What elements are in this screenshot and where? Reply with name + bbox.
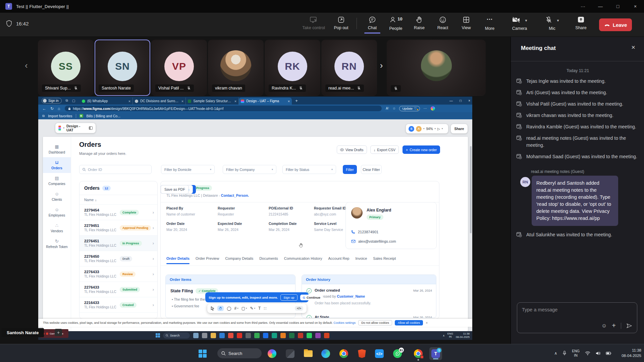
chat-close-icon[interactable]: ×: [631, 44, 635, 51]
taskbar-search[interactable]: Search: [217, 348, 262, 358]
browser-tab[interactable]: (6) WhatsApp ×: [80, 98, 133, 105]
chrome-icon[interactable]: [339, 349, 348, 358]
chat-message-input[interactable]: [517, 303, 637, 317]
comment-tool-icon[interactable]: ◯: [227, 306, 231, 311]
filter-company-dropdown[interactable]: Filter by Company▾: [223, 165, 276, 174]
workspaces-icon[interactable]: ⧉: [66, 99, 68, 103]
bills-bookmark[interactable]: Bills | Billing and Co...: [87, 114, 120, 118]
tab-close-icon[interactable]: ×: [128, 99, 130, 103]
contact-phone[interactable]: 2123874901: [358, 230, 378, 234]
participant-tile[interactable]: [387, 40, 486, 96]
new-tab-icon[interactable]: +: [295, 98, 298, 103]
frame-tool-icon[interactable]: #▾: [234, 306, 238, 311]
dev-mode-toggle[interactable]: </>: [295, 306, 303, 311]
customer-name-link[interactable]: Customer_Name: [337, 294, 365, 298]
sidebar-item[interactable]: ☺ Employees: [43, 204, 71, 220]
vscode-icon[interactable]: </>: [375, 349, 384, 358]
browser-update-button[interactable]: Update ♡: [399, 106, 420, 111]
detail-action-button[interactable]: ↓ Save as PDF: [161, 185, 189, 194]
shared-taskbar-icon[interactable]: [324, 333, 329, 338]
detail-tab[interactable]: Invoice: [355, 255, 367, 262]
order-list-item[interactable]: 2276433 TL Flex Holdings LLC Submitted ›: [79, 282, 157, 297]
chat-input-box[interactable]: ☺ +: [517, 302, 637, 333]
shared-taskbar-icon[interactable]: [263, 333, 268, 338]
create-new-order-button[interactable]: + Create new order: [402, 145, 440, 154]
participant-tile[interactable]: RN read.ai mee...: [321, 40, 377, 96]
shared-taskbar-icon[interactable]: [272, 333, 277, 338]
chrome-profile-icon[interactable]: [414, 349, 423, 358]
pen-tool-icon[interactable]: ✎▾: [250, 306, 256, 311]
back-icon[interactable]: ←: [42, 106, 46, 111]
participant-tile[interactable]: vikram chavan: [208, 40, 264, 96]
shared-taskbar-icon[interactable]: [307, 333, 312, 338]
detail-tab[interactable]: Company Details: [225, 255, 253, 262]
hand-tool-icon[interactable]: [217, 306, 224, 311]
brave-icon[interactable]: [358, 349, 366, 358]
sidebar-item[interactable]: ⊔ Orders: [43, 157, 71, 173]
sidebar-item[interactable]: ∴ Vendors: [43, 220, 71, 236]
chat-message-list[interactable]: Today 11:21 Tejas Ingle was invited to t…: [516, 65, 639, 296]
home-icon[interactable]: ⌂: [58, 106, 60, 111]
window-minimize-icon[interactable]: —: [592, 0, 609, 13]
sidebar-item[interactable]: ↻ Refresh Token: [43, 236, 71, 252]
detail-tab[interactable]: Sales Receipt: [373, 255, 396, 262]
shared-taskbar-icon[interactable]: [315, 333, 321, 338]
share-button[interactable]: Share: [570, 16, 592, 30]
tray-chevron-icon[interactable]: ∧: [554, 351, 557, 356]
layout-panel-icon[interactable]: [89, 126, 93, 130]
address-bar[interactable]: https://www.figma.com/design/9BKQ0FOHRWa…: [65, 106, 382, 111]
figma-share-button[interactable]: Share: [451, 124, 468, 133]
sign-up-button[interactable]: Sign up: [280, 294, 297, 301]
prototype-play-icon[interactable]: ▷: [437, 127, 440, 131]
participant-tile[interactable]: VP Vishal Patil ...: [151, 40, 207, 96]
send-icon[interactable]: [626, 323, 632, 328]
tab-close-icon[interactable]: ×: [288, 99, 290, 103]
raise-hand-button[interactable]: Raise: [407, 16, 431, 30]
tab-close-icon[interactable]: ×: [234, 99, 236, 103]
deny-cookies-button[interactable]: Do not allow cookies: [358, 320, 392, 325]
move-tool-icon[interactable]: [211, 306, 214, 311]
window-maximize-icon[interactable]: □: [609, 0, 627, 13]
shared-taskbar-icon[interactable]: [211, 333, 216, 338]
shared-taskbar-icon[interactable]: [280, 333, 286, 338]
pop-out-button[interactable]: Pop out: [329, 16, 353, 30]
clock[interactable]: 11:3808-04-2025: [616, 348, 641, 358]
sidebar-item[interactable]: ▤ Companies: [43, 173, 71, 189]
shared-taskbar-icon[interactable]: [219, 333, 225, 338]
clear-filter-button[interactable]: Clear Filter: [361, 165, 382, 174]
shared-search-box[interactable]: Search: [163, 333, 190, 339]
emoji-icon[interactable]: ☺: [601, 323, 607, 329]
detail-tab[interactable]: Account Rep: [328, 255, 350, 262]
view-button[interactable]: View: [454, 16, 478, 30]
shape-tool-icon[interactable]: ▢▾: [241, 306, 247, 311]
collaborator-avatar[interactable]: S: [409, 126, 414, 132]
browser-tab[interactable]: Design - UAT – Figma ×: [239, 98, 292, 105]
tray-chevron-icon[interactable]: ∧: [443, 334, 445, 337]
order-list-item[interactable]: 2276433 TL Flex Holdings LLC Review ›: [79, 266, 157, 282]
mic-button[interactable]: ▾ Mic: [538, 16, 566, 31]
browser-menu-icon[interactable]: ···: [424, 107, 427, 110]
order-id-search[interactable]: [79, 165, 152, 174]
favorites-icon[interactable]: ☆: [392, 107, 395, 110]
contact-person-link[interactable]: Contact_Person.: [221, 193, 249, 197]
participant-tile[interactable]: SN Santosh Narate: [95, 40, 150, 96]
detail-tab[interactable]: Documents: [259, 255, 278, 262]
view-drafts-button[interactable]: View Drafts: [337, 145, 367, 154]
sidebar-item[interactable]: ▦ Dashboard: [43, 141, 71, 157]
order-list-item[interactable]: 2276451 TL Flex Holdings LLC In Progress…: [79, 236, 157, 251]
cookie-close-icon[interactable]: ×: [426, 321, 428, 325]
file-explorer-icon[interactable]: [304, 350, 313, 357]
refresh-icon[interactable]: ↻: [50, 106, 54, 111]
chat-button[interactable]: Chat: [360, 16, 384, 30]
participant-tile[interactable]: RK Ravindra K...: [265, 40, 320, 96]
order-list-item[interactable]: 2216433 TL Flex Holdings LLC Created ›: [79, 297, 157, 313]
cookie-settings-link[interactable]: Cookies settings: [333, 321, 356, 324]
shared-taskbar-icon[interactable]: [246, 333, 251, 338]
shared-taskbar-icon[interactable]: [298, 333, 303, 338]
shared-clock[interactable]: 11:3808-04-2025: [456, 332, 470, 339]
volume-icon[interactable]: [596, 351, 600, 355]
read-aloud-icon[interactable]: A⁾: [386, 107, 389, 110]
shared-taskbar-icon[interactable]: [237, 333, 242, 338]
shared-start-icon[interactable]: [156, 333, 160, 338]
detail-tab[interactable]: Communication History: [284, 255, 322, 262]
